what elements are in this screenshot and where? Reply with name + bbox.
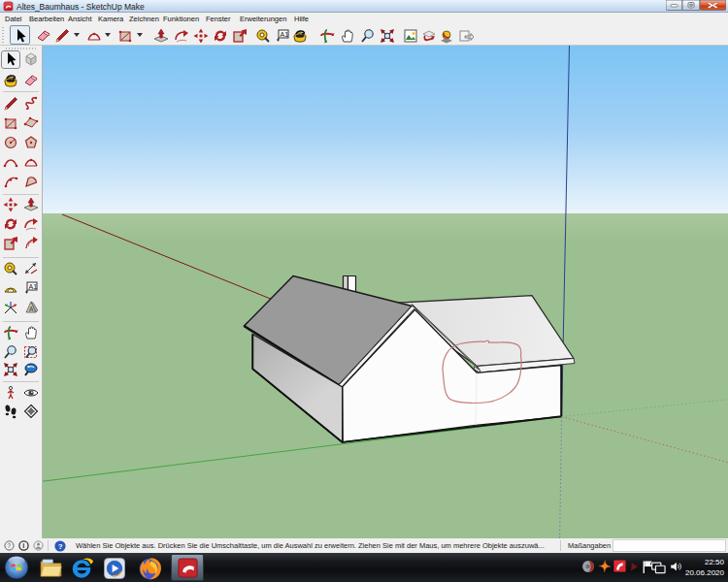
svg-text:i: i xyxy=(22,541,24,550)
svg-text:?: ? xyxy=(7,542,11,549)
svg-text:?: ? xyxy=(58,541,63,550)
